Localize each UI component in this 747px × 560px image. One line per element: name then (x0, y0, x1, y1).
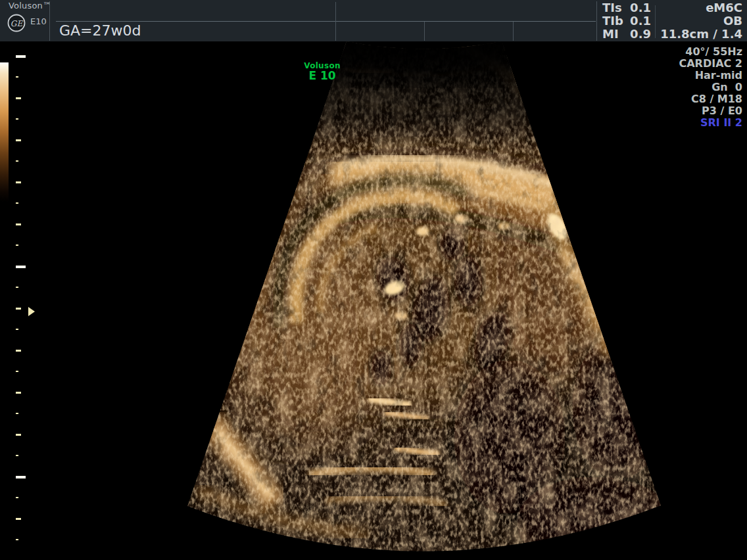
depth-frequency: 11.8cm / 1.4 (660, 28, 742, 41)
watermark-model: E 10 (296, 70, 349, 82)
header-column-divider (424, 22, 425, 41)
ruler-tick (16, 223, 21, 225)
ruler-tick (16, 413, 18, 414)
ti-value: 0.1 (630, 14, 651, 28)
header-rule (56, 21, 596, 22)
ruler-tick (16, 434, 21, 436)
exam-preset: OB (660, 14, 742, 28)
probe-info-block: eM6C OB 11.8cm / 1.4 (660, 1, 742, 41)
probe-name: eM6C (660, 1, 742, 14)
ruler-tick (16, 308, 21, 310)
ruler-tick (16, 55, 26, 58)
ruler-tick (16, 392, 21, 394)
param-preset: CARDIAC 2 (679, 58, 742, 70)
gestational-age: GA=27w0d (59, 22, 141, 39)
param-sri: SRI II 2 (679, 117, 742, 129)
param-contrast-map: C8 / M18 (679, 93, 742, 105)
param-persistence-enhance: P3 / E0 (679, 105, 742, 117)
ruler-tick (16, 329, 18, 330)
focus-position-marker (28, 307, 35, 316)
ruler-tick (16, 202, 18, 204)
ti-row: TIs 0.1 (602, 1, 651, 14)
header-column-divider (513, 22, 514, 41)
ruler-tick (16, 76, 18, 78)
ruler-tick (16, 139, 21, 141)
brand-name: Voluson™ (9, 1, 51, 11)
brand-model: E10 (30, 16, 47, 26)
ruler-tick (16, 266, 26, 268)
header-divider (596, 1, 597, 41)
header-bar: Voluson™ GE E10 GA=27w0d TIs 0.1 TIb 0.1… (0, 0, 747, 41)
mi-value: 0.9 (630, 28, 651, 41)
ruler-tick (16, 97, 21, 99)
ruler-tick (16, 160, 18, 162)
param-harmonics: Har-mid (679, 70, 742, 82)
header-divider (49, 1, 50, 41)
header-column-divider (335, 2, 336, 41)
ti-row: TIb 0.1 (602, 14, 651, 28)
ruler-tick (16, 287, 18, 288)
ti-label: TIb (602, 14, 623, 28)
ge-monogram-icon: GE (7, 13, 26, 33)
mi-row: MI 0.9 (602, 28, 651, 41)
ruler-tick (16, 118, 18, 120)
ti-value: 0.1 (630, 1, 651, 14)
ultrasound-image (0, 0, 747, 560)
ruler-tick (16, 371, 18, 372)
ruler-tick (16, 497, 18, 498)
system-watermark: Voluson E 10 (296, 62, 349, 82)
ti-label: TIs (602, 1, 622, 14)
ruler-tick (16, 455, 18, 456)
ruler-tick (16, 539, 18, 540)
ruler-tick (16, 181, 21, 183)
svg-text:GE: GE (11, 19, 24, 28)
image-parameter-stack: 40°/ 55Hz CARDIAC 2 Har-mid Gn 0 C8 / M1… (679, 46, 742, 129)
gray-map-bar (0, 62, 9, 202)
ruler-tick (16, 350, 21, 352)
param-angle-framerate: 40°/ 55Hz (679, 46, 742, 58)
mi-label: MI (602, 28, 619, 41)
ruler-tick (16, 518, 21, 520)
param-gain: Gn 0 (679, 82, 742, 93)
ruler-tick (16, 245, 18, 246)
acoustic-output-block: TIs 0.1 TIb 0.1 MI 0.9 (602, 1, 651, 41)
sector-display (178, 1, 674, 560)
ultrasound-screen: Voluson E 10 Voluson™ GE E10 GA=27w0d TI… (0, 0, 747, 560)
header-divider (655, 5, 656, 38)
ruler-tick (16, 476, 26, 478)
